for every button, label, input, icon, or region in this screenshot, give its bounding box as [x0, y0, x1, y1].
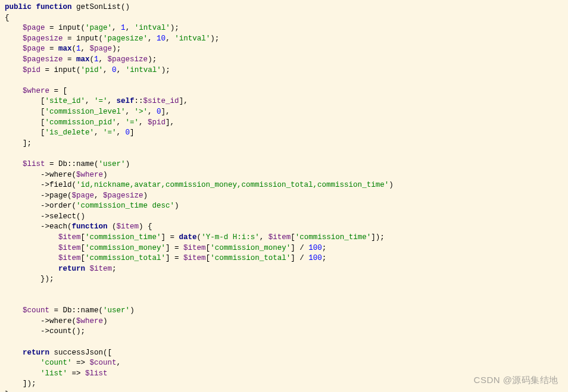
kw-public: public — [5, 3, 32, 11]
code-block: public function getSonList() { $page = i… — [0, 0, 568, 392]
watermark: CSDN @源码集结地 — [474, 375, 558, 386]
function-name: getSonList — [76, 3, 121, 11]
brace-open: { — [5, 14, 10, 22]
kw-function: function — [36, 3, 72, 11]
paren: () — [121, 3, 130, 11]
